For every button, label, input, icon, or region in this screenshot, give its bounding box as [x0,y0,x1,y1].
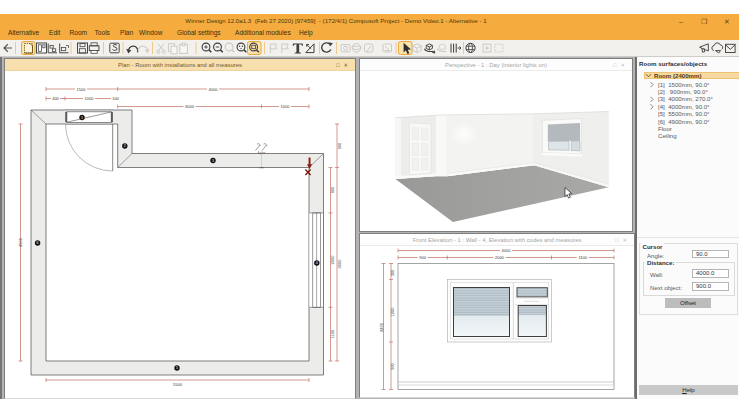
svg-text:1500: 1500 [77,86,87,91]
svg-text:900: 900 [390,362,395,369]
svg-text:2000: 2000 [330,254,335,264]
svg-text:4900: 4900 [18,237,23,247]
svg-text:4000: 4000 [209,86,219,91]
svg-text:1000: 1000 [281,104,291,109]
svg-text:900: 900 [330,185,335,192]
svg-text:3000: 3000 [185,104,195,109]
svg-text:2000: 2000 [495,255,505,260]
svg-text:4: 4 [316,261,318,265]
svg-text:1100: 1100 [578,255,587,260]
svg-text:1000: 1000 [85,96,95,101]
svg-text:4000: 4000 [502,248,512,253]
svg-text:300: 300 [390,268,395,275]
svg-text:5: 5 [176,366,178,370]
svg-text:3: 3 [212,158,214,162]
svg-text:900: 900 [419,255,426,260]
svg-text:1200: 1200 [390,306,395,316]
svg-text:400: 400 [52,96,59,101]
svg-text:900: 900 [337,141,342,148]
svg-text:100: 100 [112,96,119,101]
svg-text:5500: 5500 [173,381,183,386]
svg-text:A-plan: A-plan [258,150,266,154]
svg-text:1: 1 [81,115,83,119]
svg-text:6: 6 [37,241,39,245]
svg-text:4000: 4000 [337,258,342,268]
svg-text:1100: 1100 [330,328,335,337]
svg-text:2: 2 [124,144,126,148]
svg-text:2400: 2400 [379,322,384,332]
